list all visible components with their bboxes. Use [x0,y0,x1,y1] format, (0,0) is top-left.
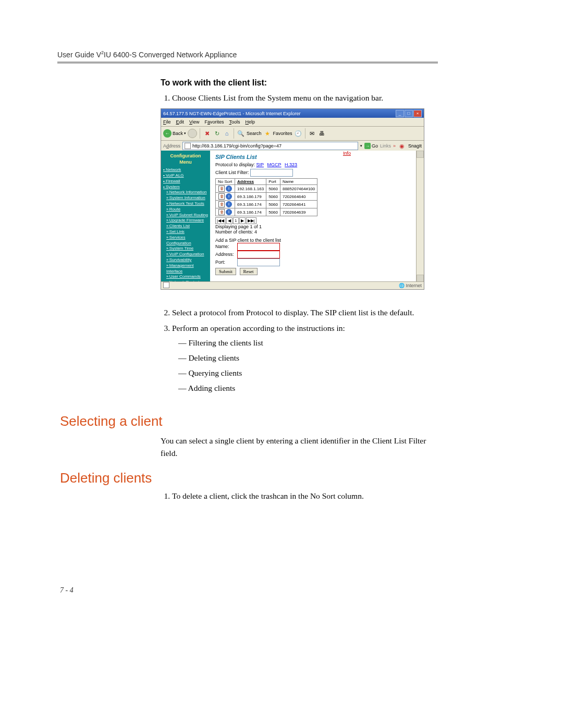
vertical-scrollbar[interactable] [416,151,424,282]
pager-last-icon: ▶▶| [246,217,256,224]
sidebar-item-route[interactable]: Route [166,207,208,213]
ie-titlebar: 64.57.177.5 NGT-EWN-EdgeProtect1 - Micro… [161,109,424,118]
deleting-step-1: To delete a client, click the trashcan i… [172,490,437,502]
filter-label: Client List Filter: [215,170,249,175]
port-label: Port: [215,260,237,265]
heading-deleting-clients: Deleting clients [60,470,152,486]
internet-zone-label: Internet [406,283,422,288]
col-port: Port [266,179,280,185]
filter-input[interactable] [250,169,293,177]
links-label[interactable]: Links [380,143,391,149]
proto-sip-link[interactable]: SIP [256,162,264,167]
page-number: 7 - 4 [60,586,74,595]
clients-table: No Sort Address Port Name 🗑i 192.168.1.1… [215,178,317,216]
sidebar-item-nettools[interactable]: Network Test Tools [166,201,208,207]
status-left [163,282,169,289]
table-row: 🗑i 192.168.1.16350608885207464#100 [216,185,317,193]
sidebar-item-setlink[interactable]: Set Link [166,229,208,235]
menu-tools: Tools [229,119,240,125]
table-row: 🗑i 69.3.186.17450607202664641 [216,201,317,208]
info-link[interactable]: Info [343,151,351,156]
ie-menubar[interactable]: File Edit View Favorites Tools Help [161,118,424,127]
trash-icon[interactable]: 🗑 [218,193,225,200]
client-count: Number of clients: 4 [215,229,419,235]
sidebar-item-system[interactable]: System [163,184,208,190]
menu-edit: Edit [176,119,185,125]
proto-h323-link[interactable]: H.323 [285,162,297,167]
snagit-label[interactable]: SnagIt [408,143,422,149]
col-nosort: No Sort [216,179,235,185]
ie-addressbar: Address http://69.3.186.179/cgi-bin/conf… [161,141,424,152]
port-input[interactable] [237,258,280,266]
sidebar-item-voipcfg[interactable]: VoIP Configuration [166,252,208,257]
bullet-filtering: Filtering the clients list [178,337,437,349]
page-icon [185,143,191,149]
address-input[interactable] [237,251,280,258]
trash-icon[interactable]: 🗑 [218,186,225,192]
sidebar-item-upgrade[interactable]: Upgrade Firmware [166,218,208,224]
info-icon[interactable]: i [226,186,232,192]
name-input[interactable] [237,243,280,251]
sidebar-item-network[interactable]: Network [163,167,208,173]
menu-file: File [163,119,171,125]
sidebar-item-clientslist[interactable]: Clients List [166,224,208,229]
sidebar-item-firewall[interactable]: Firewall [163,179,208,184]
sidebar-item-sysinfo[interactable]: System Information [166,195,208,201]
info-icon[interactable]: i [226,209,232,215]
step-3: Perform an operation according to the in… [172,322,437,394]
address-field[interactable]: http://69.3.186.179/cgi-bin/config?page=… [182,142,358,150]
stop-icon[interactable]: ✖ [203,129,211,138]
refresh-icon[interactable]: ↻ [213,129,221,138]
favorites-label[interactable]: Favorites [273,131,292,136]
print-icon[interactable]: 🖶 [318,129,326,138]
forward-button[interactable] [188,129,197,138]
ie-toolbar: ← Back▾ ✖ ↻ ⌂ 🔍 Search ★ Favorites 🕘 ✉ 🖶 [161,127,424,141]
table-row: 🗑i 69.3.186.17450607202664639 [216,208,317,216]
address-form-label: Address: [215,252,237,257]
snagit-icon[interactable]: ◉ [398,142,406,150]
clients-pane: Info SIP Clients List Protocol to displa… [210,151,424,282]
favorites-star-icon[interactable]: ★ [263,129,272,138]
col-name: Name [280,179,317,185]
sidebar-item-voipalg[interactable]: VoIP ALG [163,173,208,179]
heading-selecting-client: Selecting a client [60,413,163,429]
selecting-client-body: You can select a single client by enteri… [161,435,437,460]
window-title: 64.57.177.5 NGT-EWN-EdgeProtect1 - Micro… [163,111,301,116]
info-icon[interactable]: i [226,193,232,200]
close-icon[interactable]: × [413,110,422,117]
sidebar-item-voipsubnet[interactable]: VoIP Subnet Routing [166,213,208,218]
info-icon[interactable]: i [226,201,232,207]
sidebar-item-mgmt[interactable]: Management Interface [166,263,208,275]
pane-title: SIP Clients List [215,154,419,160]
trash-icon[interactable]: 🗑 [218,209,225,215]
table-row: 🗑i 69.3.186.17950607202664640 [216,193,317,201]
add-client-instruction: Add a SIP client to the client list [215,238,419,243]
sidebar-item-usercmd[interactable]: User Commands [166,274,208,280]
sidebar-item-survivability[interactable]: Survivability [166,257,208,263]
mail-icon[interactable]: ✉ [308,129,316,138]
submit-button[interactable]: Submit [215,268,236,275]
minimize-icon[interactable]: _ [396,110,404,117]
sidebar-item-systime[interactable]: System Time [166,246,208,252]
trash-icon[interactable]: 🗑 [218,201,225,207]
go-button[interactable]: →Go [364,143,378,149]
menu-view: View [189,119,199,125]
bullet-deleting: Deleting clients [178,352,437,364]
maximize-icon[interactable]: □ [405,110,413,117]
embedded-screenshot: 64.57.177.5 NGT-EWN-EdgeProtect1 - Micro… [161,108,424,290]
search-label[interactable]: Search [247,131,262,136]
back-button[interactable]: ← Back▾ [163,129,186,138]
col-address[interactable]: Address [235,179,266,185]
sidebar-item-netinfo[interactable]: Network Information [166,190,208,195]
reset-button[interactable]: Reset [240,268,258,275]
proto-mgcp-link[interactable]: MGCP [267,162,282,167]
bullet-querying: Querying clients [178,367,437,379]
menu-favorites: Favorites [204,119,224,125]
sidebar-item-servcfg[interactable]: Services Configuration [166,235,208,246]
protocol-label: Protocol to display: [215,162,255,167]
home-icon[interactable]: ⌂ [223,129,231,138]
sidebar-title: ConfigurationMenu [163,153,208,165]
search-icon[interactable]: 🔍 [237,129,245,138]
pager[interactable]: |◀◀◀1▶▶▶| [215,217,419,224]
history-icon[interactable]: 🕘 [294,129,302,138]
